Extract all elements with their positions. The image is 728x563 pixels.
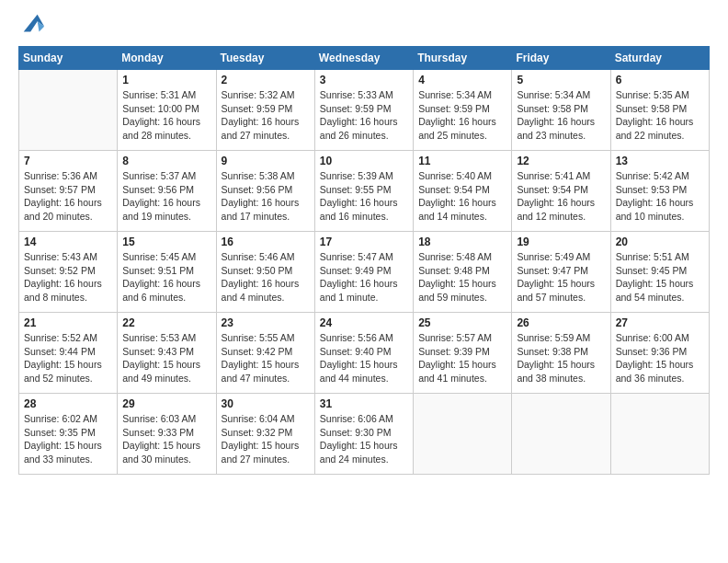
- calendar-week-4: 21Sunrise: 5:52 AMSunset: 9:44 PMDayligh…: [19, 313, 710, 394]
- day-info: Sunrise: 5:36 AMSunset: 9:57 PMDaylight:…: [24, 169, 112, 224]
- day-number: 3: [320, 74, 408, 86]
- day-number: 8: [122, 155, 210, 167]
- day-info: Sunrise: 6:06 AMSunset: 9:30 PMDaylight:…: [320, 412, 408, 466]
- calendar-cell: 3Sunrise: 5:33 AMSunset: 9:59 PMDaylight…: [314, 70, 413, 151]
- day-info: Sunrise: 5:33 AMSunset: 9:59 PMDaylight:…: [320, 88, 408, 143]
- calendar-cell: 19Sunrise: 5:49 AMSunset: 9:47 PMDayligh…: [512, 232, 610, 313]
- day-number: 29: [122, 397, 210, 410]
- day-info: Sunrise: 5:39 AMSunset: 9:55 PMDaylight:…: [320, 169, 408, 224]
- calendar-cell: 24Sunrise: 5:56 AMSunset: 9:40 PMDayligh…: [314, 313, 413, 394]
- logo: [18, 15, 46, 37]
- day-info: Sunrise: 5:41 AMSunset: 9:54 PMDaylight:…: [517, 169, 605, 224]
- day-number: 10: [320, 155, 408, 167]
- logo-icon: [20, 11, 46, 37]
- day-info: Sunrise: 5:37 AMSunset: 9:56 PMDaylight:…: [122, 169, 210, 224]
- calendar-week-3: 14Sunrise: 5:43 AMSunset: 9:52 PMDayligh…: [19, 232, 710, 313]
- day-info: Sunrise: 6:02 AMSunset: 9:35 PMDaylight:…: [24, 412, 112, 466]
- day-info: Sunrise: 5:46 AMSunset: 9:50 PMDaylight:…: [222, 250, 310, 304]
- day-number: 24: [320, 316, 408, 329]
- day-info: Sunrise: 5:51 AMSunset: 9:45 PMDaylight:…: [616, 250, 704, 304]
- day-info: Sunrise: 5:42 AMSunset: 9:53 PMDaylight:…: [616, 169, 704, 224]
- day-number: 28: [24, 397, 112, 410]
- calendar-cell: 8Sunrise: 5:37 AMSunset: 9:56 PMDaylight…: [118, 151, 216, 232]
- calendar-header-wednesday: Wednesday: [314, 47, 413, 70]
- day-number: 23: [222, 316, 310, 329]
- calendar-header-thursday: Thursday: [414, 47, 512, 70]
- day-info: Sunrise: 5:31 AMSunset: 10:00 PMDaylight…: [122, 88, 210, 143]
- calendar-cell: 12Sunrise: 5:41 AMSunset: 9:54 PMDayligh…: [512, 151, 610, 232]
- calendar-cell: 5Sunrise: 5:34 AMSunset: 9:58 PMDaylight…: [512, 70, 610, 151]
- day-info: Sunrise: 6:03 AMSunset: 9:33 PMDaylight:…: [122, 412, 210, 466]
- calendar-cell: 10Sunrise: 5:39 AMSunset: 9:55 PMDayligh…: [314, 151, 413, 232]
- day-info: Sunrise: 5:55 AMSunset: 9:42 PMDaylight:…: [222, 331, 310, 385]
- day-number: 16: [222, 236, 310, 248]
- calendar-cell: [512, 394, 610, 475]
- calendar-header-monday: Monday: [118, 47, 216, 70]
- calendar-week-5: 28Sunrise: 6:02 AMSunset: 9:35 PMDayligh…: [19, 394, 710, 475]
- page: SundayMondayTuesdayWednesdayThursdayFrid…: [0, 0, 728, 563]
- day-info: Sunrise: 5:59 AMSunset: 9:38 PMDaylight:…: [517, 331, 605, 385]
- day-info: Sunrise: 5:56 AMSunset: 9:40 PMDaylight:…: [320, 331, 408, 385]
- calendar-cell: 6Sunrise: 5:35 AMSunset: 9:58 PMDaylight…: [610, 70, 709, 151]
- calendar-header-sunday: Sunday: [19, 47, 118, 70]
- day-info: Sunrise: 5:48 AMSunset: 9:48 PMDaylight:…: [418, 250, 506, 304]
- calendar-cell: 30Sunrise: 6:04 AMSunset: 9:32 PMDayligh…: [216, 394, 314, 475]
- day-info: Sunrise: 5:32 AMSunset: 9:59 PMDaylight:…: [222, 88, 310, 143]
- day-number: 27: [616, 316, 704, 329]
- calendar-cell: 13Sunrise: 5:42 AMSunset: 9:53 PMDayligh…: [610, 151, 709, 232]
- day-number: 2: [222, 74, 310, 86]
- day-info: Sunrise: 5:47 AMSunset: 9:49 PMDaylight:…: [320, 250, 408, 304]
- calendar-cell: [414, 394, 512, 475]
- calendar-table: SundayMondayTuesdayWednesdayThursdayFrid…: [18, 46, 710, 475]
- day-number: 6: [616, 74, 704, 86]
- calendar-cell: 20Sunrise: 5:51 AMSunset: 9:45 PMDayligh…: [610, 232, 709, 313]
- day-info: Sunrise: 5:35 AMSunset: 9:58 PMDaylight:…: [616, 88, 704, 143]
- day-number: 25: [418, 316, 506, 329]
- header: [18, 15, 710, 37]
- day-number: 4: [418, 74, 506, 86]
- day-number: 22: [122, 316, 210, 329]
- calendar-cell: 23Sunrise: 5:55 AMSunset: 9:42 PMDayligh…: [216, 313, 314, 394]
- day-info: Sunrise: 5:40 AMSunset: 9:54 PMDaylight:…: [418, 169, 506, 224]
- day-number: 18: [418, 236, 506, 248]
- calendar-cell: 15Sunrise: 5:45 AMSunset: 9:51 PMDayligh…: [118, 232, 216, 313]
- day-number: 31: [320, 397, 408, 410]
- calendar-cell: 22Sunrise: 5:53 AMSunset: 9:43 PMDayligh…: [118, 313, 216, 394]
- calendar-cell: 18Sunrise: 5:48 AMSunset: 9:48 PMDayligh…: [414, 232, 512, 313]
- calendar-cell: 27Sunrise: 6:00 AMSunset: 9:36 PMDayligh…: [610, 313, 709, 394]
- day-info: Sunrise: 5:52 AMSunset: 9:44 PMDaylight:…: [24, 331, 112, 385]
- day-number: 21: [24, 316, 112, 329]
- day-info: Sunrise: 6:00 AMSunset: 9:36 PMDaylight:…: [616, 331, 704, 385]
- calendar-cell: [610, 394, 709, 475]
- calendar-cell: 11Sunrise: 5:40 AMSunset: 9:54 PMDayligh…: [414, 151, 512, 232]
- day-number: 19: [517, 236, 605, 248]
- calendar-cell: 2Sunrise: 5:32 AMSunset: 9:59 PMDaylight…: [216, 70, 314, 151]
- calendar-cell: 9Sunrise: 5:38 AMSunset: 9:56 PMDaylight…: [216, 151, 314, 232]
- calendar-week-1: 1Sunrise: 5:31 AMSunset: 10:00 PMDayligh…: [19, 70, 710, 151]
- calendar-header-friday: Friday: [512, 47, 610, 70]
- day-number: 12: [517, 155, 605, 167]
- day-info: Sunrise: 5:34 AMSunset: 9:59 PMDaylight:…: [418, 88, 506, 143]
- day-info: Sunrise: 5:43 AMSunset: 9:52 PMDaylight:…: [24, 250, 112, 304]
- day-number: 1: [122, 74, 210, 86]
- calendar-week-2: 7Sunrise: 5:36 AMSunset: 9:57 PMDaylight…: [19, 151, 710, 232]
- calendar-header-row: SundayMondayTuesdayWednesdayThursdayFrid…: [19, 47, 710, 70]
- calendar-header-saturday: Saturday: [610, 47, 709, 70]
- calendar-cell: 25Sunrise: 5:57 AMSunset: 9:39 PMDayligh…: [414, 313, 512, 394]
- day-info: Sunrise: 5:38 AMSunset: 9:56 PMDaylight:…: [222, 169, 310, 224]
- calendar-cell: 29Sunrise: 6:03 AMSunset: 9:33 PMDayligh…: [118, 394, 216, 475]
- calendar-cell: 31Sunrise: 6:06 AMSunset: 9:30 PMDayligh…: [314, 394, 413, 475]
- calendar-cell: 21Sunrise: 5:52 AMSunset: 9:44 PMDayligh…: [19, 313, 118, 394]
- day-number: 11: [418, 155, 506, 167]
- day-info: Sunrise: 5:57 AMSunset: 9:39 PMDaylight:…: [418, 331, 506, 385]
- day-info: Sunrise: 5:49 AMSunset: 9:47 PMDaylight:…: [517, 250, 605, 304]
- day-number: 5: [517, 74, 605, 86]
- day-number: 13: [616, 155, 704, 167]
- day-number: 30: [222, 397, 310, 410]
- calendar-cell: 26Sunrise: 5:59 AMSunset: 9:38 PMDayligh…: [512, 313, 610, 394]
- calendar-cell: 28Sunrise: 6:02 AMSunset: 9:35 PMDayligh…: [19, 394, 118, 475]
- calendar-cell: 7Sunrise: 5:36 AMSunset: 9:57 PMDaylight…: [19, 151, 118, 232]
- day-number: 14: [24, 236, 112, 248]
- day-number: 9: [222, 155, 310, 167]
- day-number: 15: [122, 236, 210, 248]
